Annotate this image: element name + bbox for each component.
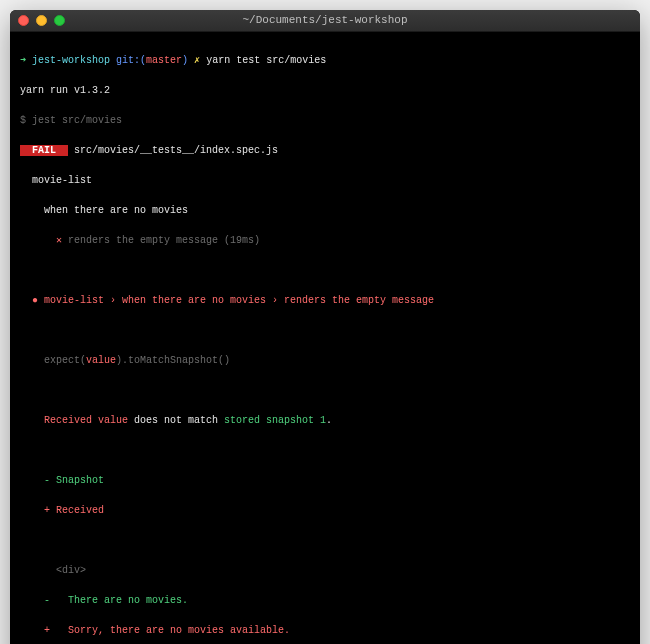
describe-name: when there are no movies bbox=[20, 203, 630, 218]
expected-line: - There are no movies. bbox=[20, 593, 630, 608]
minimize-icon[interactable] bbox=[36, 15, 47, 26]
recv3: stored snapshot 1 bbox=[224, 415, 326, 426]
blank bbox=[20, 443, 630, 458]
expect-1a: expect( bbox=[20, 355, 86, 366]
blank bbox=[20, 323, 630, 338]
recv2: does not match bbox=[128, 415, 224, 426]
dirty-icon: ✗ bbox=[188, 55, 206, 66]
bullet-icon: ● bbox=[20, 295, 44, 306]
test-line: ✕ renders the empty message (19ms) bbox=[20, 233, 630, 248]
prompt-dir: jest-workshop bbox=[32, 55, 110, 66]
failure-header: ● movie-list › when there are no movies … bbox=[20, 293, 630, 308]
terminal-body[interactable]: ➜ jest-workshop git:(master) ✗ yarn test… bbox=[10, 32, 640, 644]
received-label: + Received bbox=[20, 503, 630, 518]
git-open: git:( bbox=[110, 55, 146, 66]
actual-line: + Sorry, there are no movies available. bbox=[20, 623, 630, 638]
recv1: Received value bbox=[20, 415, 128, 426]
expect-1c: ).toMatchSnapshot() bbox=[116, 355, 230, 366]
command: yarn test src/movies bbox=[206, 55, 326, 66]
expect-line: expect(value).toMatchSnapshot() bbox=[20, 353, 630, 368]
recv4: . bbox=[326, 415, 332, 426]
suite-name: movie-list bbox=[20, 173, 630, 188]
blank bbox=[20, 383, 630, 398]
titlebar[interactable]: ~/Documents/jest-workshop bbox=[10, 10, 640, 32]
prompt-line: ➜ jest-workshop git:(master) ✗ yarn test… bbox=[20, 53, 630, 68]
blank bbox=[20, 263, 630, 278]
close-icon[interactable] bbox=[18, 15, 29, 26]
fail-path: src/movies/__tests__/index.spec.js bbox=[68, 145, 278, 156]
window-title: ~/Documents/jest-workshop bbox=[242, 12, 407, 29]
failure-path: movie-list › when there are no movies › … bbox=[44, 295, 434, 306]
git-branch: master bbox=[146, 55, 182, 66]
jest-cmd: $ jest src/movies bbox=[20, 113, 630, 128]
snapshot-label: - Snapshot bbox=[20, 473, 630, 488]
x-icon: ✕ bbox=[20, 235, 68, 246]
arrow-icon: ➜ bbox=[20, 55, 32, 66]
fail-line: FAIL src/movies/__tests__/index.spec.js bbox=[20, 143, 630, 158]
terminal-window: ~/Documents/jest-workshop ➜ jest-worksho… bbox=[10, 10, 640, 644]
blank bbox=[20, 533, 630, 548]
expect-1b: value bbox=[86, 355, 116, 366]
received-msg: Received value does not match stored sna… bbox=[20, 413, 630, 428]
div-open: <div> bbox=[20, 563, 630, 578]
fail-badge: FAIL bbox=[20, 145, 68, 156]
test-name: renders the empty message (19ms) bbox=[68, 235, 260, 246]
yarn-run: yarn run v1.3.2 bbox=[20, 83, 630, 98]
zoom-icon[interactable] bbox=[54, 15, 65, 26]
traffic-lights bbox=[18, 15, 65, 26]
